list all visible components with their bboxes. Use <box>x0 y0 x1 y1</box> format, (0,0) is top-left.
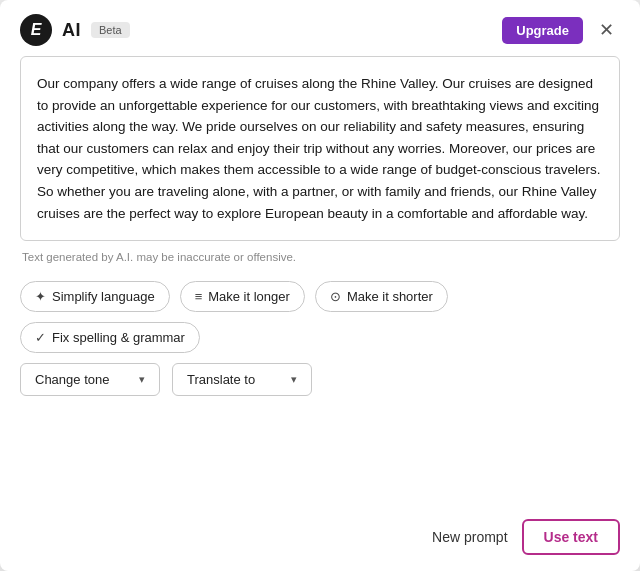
simplify-language-button[interactable]: ✦ Simplify language <box>20 281 170 312</box>
simplify-label: Simplify language <box>52 289 155 304</box>
generated-text: Our company offers a wide range of cruis… <box>37 73 603 224</box>
new-prompt-button[interactable]: New prompt <box>432 529 507 545</box>
beta-badge: Beta <box>91 22 130 38</box>
modal-header: E AI Beta Upgrade ✕ <box>0 0 640 56</box>
disclaimer-text: Text generated by A.I. may be inaccurate… <box>20 251 620 263</box>
generated-text-box: Our company offers a wide range of cruis… <box>20 56 620 241</box>
logo-circle: E <box>20 14 52 46</box>
fix-spelling-button[interactable]: ✓ Fix spelling & grammar <box>20 322 200 353</box>
content-area: Our company offers a wide range of cruis… <box>0 56 640 414</box>
change-tone-dropdown[interactable]: Change tone ▾ <box>20 363 160 396</box>
make-longer-button[interactable]: ≡ Make it longer <box>180 281 305 312</box>
translate-to-chevron: ▾ <box>291 373 297 386</box>
translate-to-dropdown[interactable]: Translate to ▾ <box>172 363 312 396</box>
spelling-label: Fix spelling & grammar <box>52 330 185 345</box>
action-buttons-row: ✦ Simplify language ≡ Make it longer ⊙ M… <box>20 281 620 353</box>
dropdowns-row: Change tone ▾ Translate to ▾ <box>20 363 620 396</box>
close-button[interactable]: ✕ <box>593 19 620 41</box>
change-tone-chevron: ▾ <box>139 373 145 386</box>
spelling-icon: ✓ <box>35 330 46 345</box>
ai-label: AI <box>62 20 81 41</box>
longer-label: Make it longer <box>208 289 290 304</box>
make-shorter-button[interactable]: ⊙ Make it shorter <box>315 281 448 312</box>
upgrade-button[interactable]: Upgrade <box>502 17 583 44</box>
longer-icon: ≡ <box>195 289 203 304</box>
translate-to-label: Translate to <box>187 372 255 387</box>
logo-icon: E <box>31 22 42 38</box>
change-tone-label: Change tone <box>35 372 109 387</box>
modal-footer: New prompt Use text <box>0 507 640 571</box>
ai-modal: E AI Beta Upgrade ✕ Our company offers a… <box>0 0 640 571</box>
use-text-button[interactable]: Use text <box>522 519 620 555</box>
shorter-icon: ⊙ <box>330 289 341 304</box>
shorter-label: Make it shorter <box>347 289 433 304</box>
simplify-icon: ✦ <box>35 289 46 304</box>
